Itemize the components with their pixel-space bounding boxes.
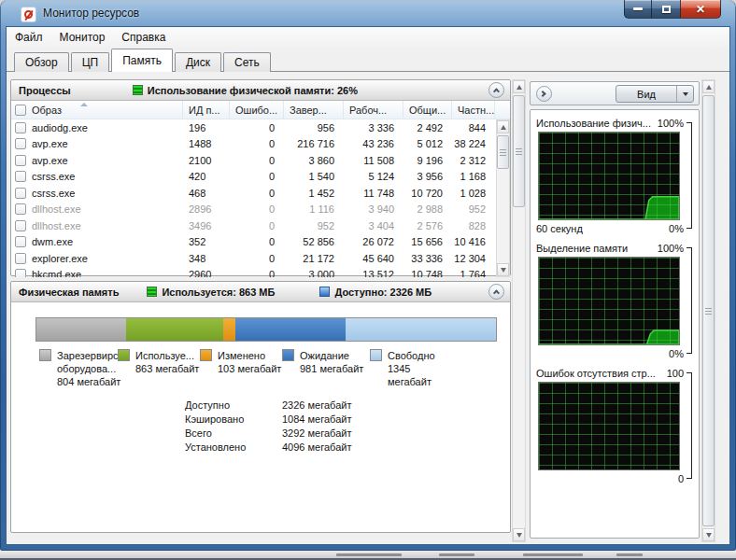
maximize-button[interactable] — [652, 0, 680, 19]
column-image[interactable]: Образ — [11, 101, 183, 119]
physical-memory-header: Физическая память Используется: 863 МБ Д… — [11, 282, 510, 302]
background-window-fragment — [336, 553, 402, 556]
cell-commit: 956 — [284, 122, 344, 133]
scroll-down-button[interactable] — [513, 528, 525, 541]
menu-monitor[interactable]: Монитор — [51, 27, 114, 48]
scroll-down-button[interactable] — [497, 263, 509, 276]
row-checkbox[interactable] — [15, 269, 26, 277]
bar-segment-free — [346, 318, 496, 341]
cell-working-set: 11 748 — [344, 188, 403, 199]
graph-grid — [539, 258, 679, 344]
view-dropdown-button[interactable] — [677, 92, 693, 96]
legend-swatch-inuse — [118, 349, 130, 361]
column-image-label: Образ — [32, 105, 62, 116]
row-checkbox[interactable] — [15, 236, 26, 247]
cell-private: 1 168 — [452, 171, 495, 182]
tab-network[interactable]: Сеть — [223, 52, 271, 72]
view-button[interactable]: Вид — [616, 85, 694, 103]
column-shareable[interactable]: Общи... — [403, 101, 452, 119]
row-checkbox[interactable] — [15, 138, 26, 149]
app-window: Монитор ресурсов ✕ Файл Монитор Справка … — [0, 0, 736, 551]
window-title: Монитор ресурсов — [43, 7, 139, 20]
bar-segment-inuse — [126, 318, 223, 341]
select-all-checkbox[interactable] — [15, 105, 26, 116]
table-row[interactable]: dwm.exe 352 0 52 856 26 072 15 656 10 41… — [11, 234, 510, 251]
screen: Монитор ресурсов ✕ Файл Монитор Справка … — [0, 0, 736, 560]
row-checkbox[interactable] — [15, 171, 26, 182]
minimize-icon — [633, 7, 643, 10]
legend-line: мегабайт — [388, 375, 435, 388]
legend-standby: Ожидание 981 мегабайт — [282, 349, 368, 375]
menu-help[interactable]: Справка — [113, 27, 174, 48]
stat-value: 2326 мегабайт — [282, 399, 351, 411]
row-checkbox[interactable] — [15, 188, 26, 199]
table-row[interactable]: explorer.exe 348 0 21 172 45 640 33 336 … — [11, 250, 510, 267]
cell-private: 1 764 — [452, 269, 495, 277]
graph-scale-bracket — [686, 372, 692, 479]
scrollbar-thumb[interactable] — [702, 95, 715, 526]
cell-pid: 2960 — [183, 269, 230, 277]
cell-private: 828 — [452, 220, 495, 231]
scroll-down-button[interactable] — [702, 528, 715, 541]
cell-shareable: 9 196 — [403, 155, 452, 166]
row-checkbox[interactable] — [15, 155, 26, 166]
tab-disk[interactable]: Диск — [175, 52, 221, 72]
cell-hard-faults: 0 — [230, 171, 284, 182]
close-button[interactable]: ✕ — [680, 0, 721, 19]
left-pane-scrollbar[interactable] — [512, 79, 526, 542]
scrollbar-thumb[interactable] — [513, 95, 525, 207]
title-bar[interactable]: Монитор ресурсов ✕ — [0, 0, 736, 26]
table-row[interactable]: hkcmd.exe 2960 0 3 000 13 512 10 748 1 7… — [11, 267, 510, 278]
table-row[interactable]: dllhost.exe 3496 0 952 3 404 2 576 828 — [11, 217, 510, 234]
right-pane-scrollbar[interactable] — [701, 79, 715, 542]
row-checkbox[interactable] — [15, 253, 26, 264]
cell-pid: 468 — [183, 188, 230, 199]
graph-grid — [539, 133, 679, 219]
tab-cpu[interactable]: ЦП — [71, 52, 110, 72]
cell-pid: 2100 — [183, 155, 230, 166]
collapse-memory-button[interactable] — [488, 284, 504, 300]
tab-overview[interactable]: Обзор — [14, 52, 69, 72]
memory-available-label: Доступно: 2326 МБ — [334, 287, 432, 298]
row-checkbox[interactable] — [15, 220, 26, 231]
legend-line: 863 мегабайт — [135, 362, 199, 375]
table-row[interactable]: avp.exe 1488 0 216 716 43 236 5 012 38 2… — [11, 136, 510, 153]
cell-hard-faults: 0 — [230, 155, 284, 166]
cell-pid: 352 — [183, 236, 230, 247]
cell-hard-faults: 0 — [230, 253, 284, 264]
arrow-down-icon — [706, 533, 712, 538]
scroll-up-button[interactable] — [513, 80, 525, 93]
memory-used-led-icon — [147, 287, 157, 297]
cell-commit: 1 540 — [284, 171, 344, 182]
scroll-up-button[interactable] — [702, 80, 715, 93]
table-row[interactable]: csrss.exe 468 0 1 452 11 748 10 720 1 02… — [11, 185, 510, 202]
row-checkbox[interactable] — [15, 122, 26, 133]
cell-shareable: 2 988 — [403, 203, 452, 215]
column-commit[interactable]: Завер... — [284, 101, 344, 119]
cell-private: 1 028 — [452, 188, 495, 199]
scrollbar-thumb[interactable] — [497, 135, 509, 169]
row-checkbox[interactable] — [15, 203, 26, 215]
table-row[interactable]: audiodg.exe 196 0 956 3 336 2 492 844 — [11, 119, 510, 136]
process-table-scrollbar[interactable] — [496, 119, 510, 277]
menu-file[interactable]: Файл — [7, 27, 51, 48]
collapse-processes-button[interactable] — [488, 82, 504, 98]
cell-hard-faults: 0 — [230, 122, 284, 133]
stat-value: 4096 мегабайт — [282, 441, 351, 453]
column-private[interactable]: Частн... — [452, 101, 495, 119]
scroll-up-button[interactable] — [497, 120, 509, 133]
view-button-label: Вид — [616, 89, 676, 100]
column-working-set[interactable]: Рабоч... — [344, 101, 403, 119]
expand-pane-button[interactable] — [536, 86, 552, 102]
column-hard-faults[interactable]: Ошибо... — [230, 101, 284, 119]
graph-min-label: 0% — [669, 348, 684, 359]
table-row[interactable]: csrss.exe 420 0 1 540 5 124 3 956 1 168 — [11, 169, 510, 186]
minimize-button[interactable] — [624, 0, 652, 19]
column-pid[interactable]: ИД п... — [183, 101, 230, 119]
table-row[interactable]: dllhost.exe 2896 0 1 116 3 940 2 988 952 — [11, 202, 510, 218]
cell-private: 844 — [452, 122, 495, 133]
tab-memory[interactable]: Память — [111, 49, 173, 72]
table-row[interactable]: avp.exe 2100 0 3 860 11 508 9 196 2 312 — [11, 152, 510, 169]
graph-scale-bracket — [686, 122, 692, 229]
process-name: hkcmd.exe — [32, 269, 81, 277]
